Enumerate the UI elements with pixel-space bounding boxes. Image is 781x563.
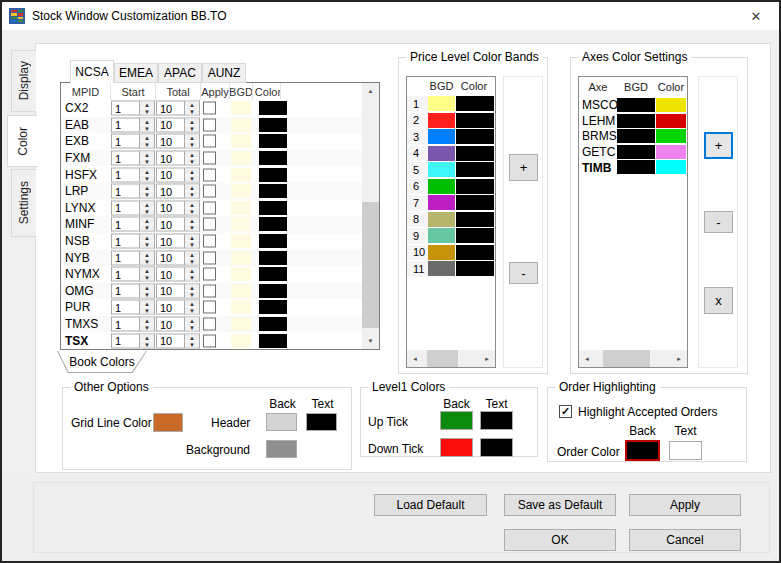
start-spinner-value[interactable]: 1	[111, 167, 140, 182]
bgd-swatch[interactable]	[231, 234, 251, 248]
total-spinner-value[interactable]: 10	[156, 184, 185, 199]
scroll-up-icon[interactable]: ▲	[362, 83, 379, 99]
price-bgd-swatch[interactable]	[428, 146, 455, 161]
start-spinner-value[interactable]: 1	[111, 283, 140, 298]
apply-checkbox[interactable]	[203, 318, 216, 331]
price-bgd-swatch[interactable]	[428, 212, 455, 227]
apply-checkbox[interactable]	[203, 251, 216, 264]
total-spinner-down-icon[interactable]: ▼	[185, 325, 199, 331]
load-default-button[interactable]: Load Default	[374, 494, 487, 516]
tab-apac[interactable]: APAC	[158, 63, 202, 83]
start-spinner-value[interactable]: 1	[111, 300, 140, 315]
color-swatch[interactable]	[259, 234, 287, 248]
highlight-accepted-orders-checkbox[interactable]: ✓	[559, 405, 572, 418]
start-spinner-down-icon[interactable]: ▼	[140, 308, 154, 314]
total-spinner-down-icon[interactable]: ▼	[185, 109, 199, 115]
start-spinner-up-icon[interactable]: ▲	[140, 118, 154, 125]
total-spinner-down-icon[interactable]: ▼	[185, 175, 199, 181]
total-spinner-value[interactable]: 10	[156, 317, 185, 332]
start-spinner-down-icon[interactable]: ▼	[140, 325, 154, 331]
total-spinner-up-icon[interactable]: ▲	[185, 268, 199, 275]
tab-ncsa[interactable]: NCSA	[70, 60, 114, 83]
total-spinner-value[interactable]: 10	[156, 101, 185, 116]
color-swatch[interactable]	[259, 284, 287, 298]
price-bgd-swatch[interactable]	[428, 261, 455, 276]
total-spinner-value[interactable]: 10	[156, 167, 185, 182]
total-spinner-up-icon[interactable]: ▲	[185, 218, 199, 225]
close-button[interactable]: ✕	[733, 2, 779, 30]
color-swatch[interactable]	[259, 317, 287, 331]
price-remove-button[interactable]: -	[509, 262, 538, 284]
total-spinner-down-icon[interactable]: ▼	[185, 142, 199, 148]
start-spinner-up-icon[interactable]: ▲	[140, 235, 154, 242]
side-tab-settings[interactable]: Settings	[11, 169, 36, 237]
axe-color-swatch[interactable]	[656, 98, 686, 112]
apply-checkbox[interactable]	[203, 185, 216, 198]
axe-bgd-swatch[interactable]	[617, 129, 655, 143]
start-spinner-up-icon[interactable]: ▲	[140, 135, 154, 142]
total-spinner-down-icon[interactable]: ▼	[185, 275, 199, 281]
start-spinner-value[interactable]: 1	[111, 184, 140, 199]
start-spinner-value[interactable]: 1	[111, 217, 140, 232]
start-spinner-down-icon[interactable]: ▼	[140, 225, 154, 231]
scroll-left-icon[interactable]: ◄	[579, 350, 595, 367]
axes-delete-button[interactable]: x	[704, 287, 733, 314]
color-swatch[interactable]	[259, 267, 287, 281]
tab-aunz[interactable]: AUNZ	[202, 63, 246, 83]
header-text-swatch[interactable]	[306, 413, 337, 431]
start-spinner-down-icon[interactable]: ▼	[140, 142, 154, 148]
book-table-scrollbar[interactable]: ▲ ▼	[362, 83, 379, 349]
color-swatch[interactable]	[259, 118, 287, 132]
start-spinner-down-icon[interactable]: ▼	[140, 258, 154, 264]
price-color-swatch[interactable]	[456, 212, 494, 227]
axe-bgd-swatch[interactable]	[617, 145, 655, 159]
total-spinner-value[interactable]: 10	[156, 283, 185, 298]
apply-checkbox[interactable]	[203, 152, 216, 165]
total-spinner-value[interactable]: 10	[156, 117, 185, 132]
total-spinner-value[interactable]: 10	[156, 250, 185, 265]
total-spinner-value[interactable]: 10	[156, 217, 185, 232]
start-spinner-down-icon[interactable]: ▼	[140, 175, 154, 181]
start-spinner-up-icon[interactable]: ▲	[140, 218, 154, 225]
book-table-scroll-thumb[interactable]	[362, 202, 379, 328]
apply-checkbox[interactable]	[203, 218, 216, 231]
down-tick-text-swatch[interactable]	[480, 438, 513, 457]
apply-checkbox[interactable]	[203, 201, 216, 214]
color-swatch[interactable]	[259, 334, 287, 348]
start-spinner-up-icon[interactable]: ▲	[140, 201, 154, 208]
start-spinner-value[interactable]: 1	[111, 200, 140, 215]
bgd-swatch[interactable]	[231, 134, 251, 148]
axe-bgd-swatch[interactable]	[617, 160, 655, 174]
background-swatch[interactable]	[266, 440, 297, 458]
bgd-swatch[interactable]	[231, 184, 251, 198]
total-spinner-down-icon[interactable]: ▼	[185, 208, 199, 214]
start-spinner-value[interactable]: 1	[111, 117, 140, 132]
axe-color-swatch[interactable]	[656, 160, 686, 174]
apply-checkbox[interactable]	[203, 235, 216, 248]
total-spinner-value[interactable]: 10	[156, 267, 185, 282]
grid-line-color-swatch[interactable]	[153, 413, 183, 432]
start-spinner-value[interactable]: 1	[111, 151, 140, 166]
total-spinner-down-icon[interactable]: ▼	[185, 242, 199, 248]
price-color-swatch[interactable]	[456, 129, 494, 144]
total-spinner-up-icon[interactable]: ▲	[185, 251, 199, 258]
total-spinner-up-icon[interactable]: ▲	[185, 318, 199, 325]
bgd-swatch[interactable]	[231, 101, 251, 115]
total-spinner-up-icon[interactable]: ▲	[185, 152, 199, 159]
color-swatch[interactable]	[259, 217, 287, 231]
start-spinner-value[interactable]: 1	[111, 333, 140, 348]
price-bgd-swatch[interactable]	[428, 96, 455, 111]
apply-checkbox[interactable]	[203, 284, 216, 297]
price-bgd-swatch[interactable]	[428, 179, 455, 194]
color-swatch[interactable]	[259, 201, 287, 215]
price-color-swatch[interactable]	[456, 96, 494, 111]
start-spinner-down-icon[interactable]: ▼	[140, 275, 154, 281]
apply-checkbox[interactable]	[203, 102, 216, 115]
apply-checkbox[interactable]	[203, 301, 216, 314]
price-color-swatch[interactable]	[456, 245, 494, 260]
bgd-swatch[interactable]	[231, 334, 251, 348]
apply-checkbox[interactable]	[203, 118, 216, 131]
total-spinner-up-icon[interactable]: ▲	[185, 201, 199, 208]
price-color-swatch[interactable]	[456, 261, 494, 276]
ok-button[interactable]: OK	[504, 529, 616, 551]
